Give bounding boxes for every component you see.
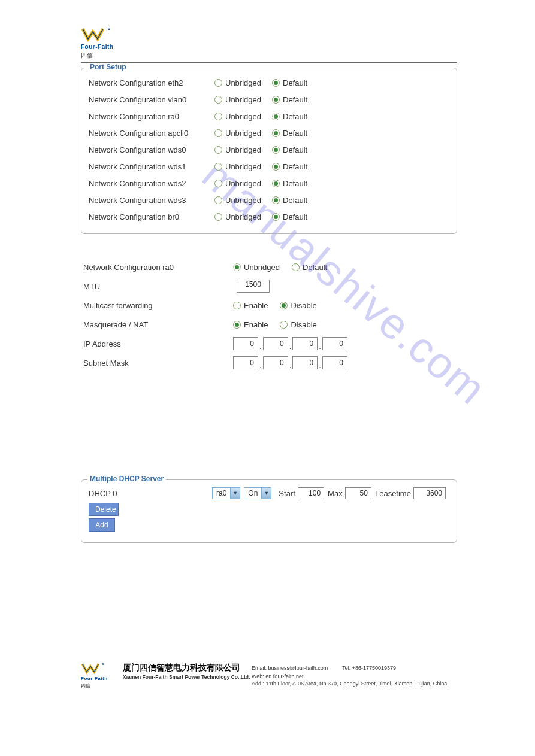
ip-octet[interactable]: 0 bbox=[233, 337, 258, 350]
radio-icon bbox=[214, 163, 222, 171]
ip-octet[interactable]: 0 bbox=[322, 337, 347, 350]
port-setup-row: Network Configuration apcli0UnbridgedDef… bbox=[89, 125, 449, 141]
interface-detail: Network Configuration ra0 Unbridged Defa… bbox=[81, 258, 457, 372]
footer-logo-sub: 四信 bbox=[81, 682, 117, 689]
port-setup-fieldset: Port Setup Network Configuration eth2Unb… bbox=[81, 68, 457, 234]
detail-default-option[interactable]: Default bbox=[292, 263, 327, 272]
port-unbridged-option[interactable]: Unbridged bbox=[214, 179, 261, 188]
port-unbridged-option[interactable]: Unbridged bbox=[214, 145, 261, 154]
port-default-option[interactable]: Default bbox=[272, 78, 307, 87]
radio-icon bbox=[233, 302, 241, 309]
port-unbridged-option[interactable]: Unbridged bbox=[214, 196, 261, 205]
port-unbridged-label: Unbridged bbox=[225, 162, 261, 171]
dhcp-legend: Multiple DHCP Server bbox=[87, 475, 166, 483]
ip-octet[interactable]: 0 bbox=[263, 337, 288, 350]
radio-icon bbox=[272, 96, 280, 104]
port-default-option[interactable]: Default bbox=[272, 212, 307, 221]
radio-icon bbox=[214, 146, 222, 154]
radio-icon bbox=[214, 213, 222, 221]
port-default-label: Default bbox=[283, 212, 307, 221]
port-row-label: Network Configuration eth2 bbox=[89, 78, 214, 87]
port-default-label: Default bbox=[283, 95, 307, 104]
port-unbridged-option[interactable]: Unbridged bbox=[214, 112, 261, 121]
port-unbridged-label: Unbridged bbox=[225, 129, 261, 138]
detail-unbridged-option[interactable]: Unbridged bbox=[233, 263, 280, 272]
subnet-mask-input[interactable]: 0. 0. 0. 0 bbox=[233, 356, 347, 369]
port-default-label: Default bbox=[283, 196, 307, 205]
port-unbridged-option[interactable]: Unbridged bbox=[214, 212, 261, 221]
mask-octet[interactable]: 0 bbox=[292, 356, 318, 369]
port-unbridged-option[interactable]: Unbridged bbox=[214, 162, 261, 171]
ip-address-input[interactable]: 0. 0. 0. 0 bbox=[233, 337, 347, 350]
port-row-label: Network Configuration wds3 bbox=[89, 196, 214, 205]
svg-point-1 bbox=[102, 663, 104, 664]
port-setup-row: Network Configuration eth2UnbridgedDefau… bbox=[89, 74, 449, 91]
radio-icon bbox=[272, 163, 280, 171]
masq-enable-option[interactable]: Enable bbox=[233, 320, 268, 329]
radio-icon bbox=[272, 79, 280, 87]
masq-disable-option[interactable]: Disable bbox=[280, 320, 316, 329]
port-row-label: Network Configuration wds1 bbox=[89, 162, 214, 171]
footer-tel: Tel: +86-17750019379 bbox=[342, 664, 396, 672]
radio-icon bbox=[272, 213, 280, 221]
ip-address-label: IP Address bbox=[83, 339, 233, 348]
multicast-disable-option[interactable]: Disable bbox=[280, 301, 316, 310]
port-setup-legend: Port Setup bbox=[87, 63, 129, 71]
detail-default-label: Default bbox=[303, 263, 327, 272]
port-unbridged-label: Unbridged bbox=[225, 95, 261, 104]
svg-point-0 bbox=[108, 28, 110, 30]
dhcp-start-input[interactable]: 100 bbox=[298, 487, 324, 499]
dhcp-server-fieldset: Multiple DHCP Server DHCP 0 ra0 ▼ On ▼ S… bbox=[81, 479, 457, 543]
radio-icon bbox=[233, 321, 241, 329]
port-unbridged-option[interactable]: Unbridged bbox=[214, 129, 261, 138]
radio-icon bbox=[272, 113, 280, 120]
dhcp-lease-input[interactable]: 3600 bbox=[413, 487, 446, 499]
port-row-label: Network Configuration br0 bbox=[89, 212, 214, 221]
masq-disable-label: Disable bbox=[291, 320, 316, 329]
mtu-input[interactable]: 1500 bbox=[237, 280, 270, 293]
delete-button[interactable]: Delete bbox=[89, 503, 119, 516]
footer-company-en: Xiamen Four-Faith Smart Power Technology… bbox=[123, 674, 252, 680]
port-unbridged-label: Unbridged bbox=[225, 78, 261, 87]
port-setup-row: Network Configuration br0UnbridgedDefaul… bbox=[89, 208, 449, 225]
logo-mark-icon bbox=[81, 663, 105, 676]
detail-heading: Network Configuration ra0 bbox=[83, 263, 233, 272]
mask-octet[interactable]: 0 bbox=[233, 356, 258, 369]
radio-icon bbox=[214, 113, 222, 120]
port-unbridged-label: Unbridged bbox=[225, 179, 261, 188]
port-default-option[interactable]: Default bbox=[272, 145, 307, 154]
port-default-label: Default bbox=[283, 179, 307, 188]
multicast-enable-label: Enable bbox=[244, 301, 268, 310]
dhcp-state-select[interactable]: On ▼ bbox=[244, 487, 271, 499]
port-default-option[interactable]: Default bbox=[272, 196, 307, 205]
port-default-label: Default bbox=[283, 112, 307, 121]
port-default-option[interactable]: Default bbox=[272, 112, 307, 121]
mask-octet[interactable]: 0 bbox=[263, 356, 288, 369]
port-setup-row: Network Configuration wds3UnbridgedDefau… bbox=[89, 192, 449, 208]
header-logo: Four-Faith 四信 bbox=[81, 27, 457, 60]
port-default-label: Default bbox=[283, 145, 307, 154]
port-default-option[interactable]: Default bbox=[272, 129, 307, 138]
dhcp-max-input[interactable]: 50 bbox=[345, 487, 371, 499]
multicast-enable-option[interactable]: Enable bbox=[233, 301, 268, 310]
radio-icon bbox=[214, 129, 222, 137]
port-unbridged-option[interactable]: Unbridged bbox=[214, 95, 261, 104]
dhcp-interface-select[interactable]: ra0 ▼ bbox=[212, 487, 240, 499]
port-unbridged-label: Unbridged bbox=[225, 112, 261, 121]
port-unbridged-option[interactable]: Unbridged bbox=[214, 78, 261, 87]
port-unbridged-label: Unbridged bbox=[225, 212, 261, 221]
port-default-option[interactable]: Default bbox=[272, 179, 307, 188]
logo-text: Four-Faith bbox=[81, 44, 457, 50]
ip-octet[interactable]: 0 bbox=[292, 337, 318, 350]
masquerade-label: Masquerade / NAT bbox=[83, 320, 233, 329]
port-default-option[interactable]: Default bbox=[272, 162, 307, 171]
add-button[interactable]: Add bbox=[89, 518, 115, 532]
port-setup-row: Network Configuration ra0UnbridgedDefaul… bbox=[89, 108, 449, 125]
dhcp-max-label: Max bbox=[328, 489, 343, 498]
port-unbridged-label: Unbridged bbox=[225, 145, 261, 154]
footer-company-cn: 厦门四信智慧电力科技有限公司 bbox=[123, 663, 252, 673]
port-default-option[interactable]: Default bbox=[272, 95, 307, 104]
port-default-label: Default bbox=[283, 78, 307, 87]
radio-icon bbox=[214, 196, 222, 204]
mask-octet[interactable]: 0 bbox=[322, 356, 347, 369]
